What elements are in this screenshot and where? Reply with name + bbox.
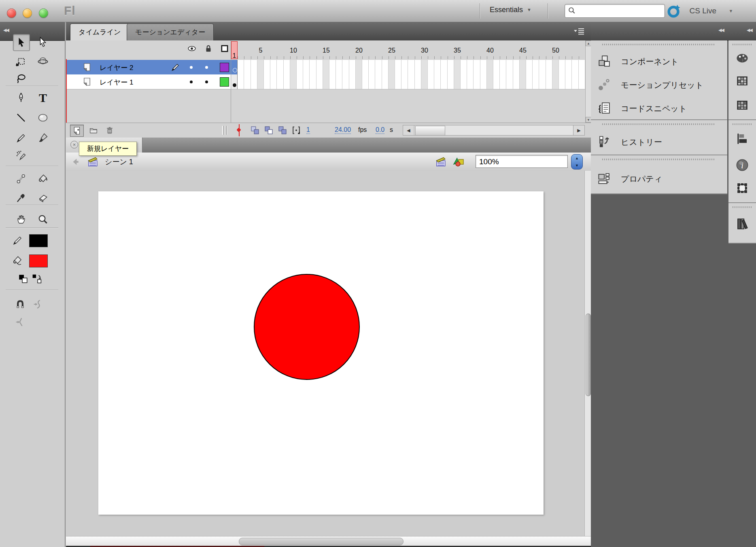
layer-lock-dot[interactable] — [205, 81, 208, 83]
close-document-icon[interactable]: × — [70, 141, 78, 148]
oval-tool[interactable] — [35, 110, 51, 126]
frame-cell[interactable] — [552, 74, 559, 89]
frame-cell[interactable] — [336, 74, 342, 89]
frame-cell[interactable] — [513, 60, 520, 74]
frame-cell[interactable] — [389, 74, 395, 89]
stepper-up-icon[interactable]: ▲ — [571, 156, 582, 160]
free-transform-tool[interactable] — [13, 53, 29, 69]
transform-panel-panel-button[interactable] — [735, 181, 749, 195]
frame-cell[interactable] — [500, 60, 506, 74]
frame-cell[interactable] — [257, 60, 264, 74]
frame-cell[interactable] — [290, 74, 297, 89]
frame-cell[interactable] — [231, 60, 238, 74]
frame-cell[interactable] — [546, 60, 552, 74]
frame-cell[interactable] — [264, 60, 270, 74]
frame-cell[interactable] — [506, 60, 513, 74]
eraser-tool[interactable] — [35, 190, 51, 206]
frame-cell[interactable] — [533, 60, 539, 74]
frame-cell[interactable] — [362, 74, 369, 89]
frame-cell[interactable] — [342, 74, 349, 89]
frame-cell[interactable] — [533, 74, 539, 89]
swatches-grid-panel-button[interactable] — [735, 98, 749, 112]
layer-visibility-dot[interactable] — [190, 81, 193, 83]
frame-cell[interactable] — [500, 74, 506, 89]
fill-color-swatch[interactable] — [29, 254, 48, 267]
frame-cell[interactable] — [251, 60, 257, 74]
frame-cell[interactable] — [329, 60, 336, 74]
layer-frames-row[interactable] — [231, 74, 585, 89]
panel-drag-grip[interactable] — [733, 44, 752, 45]
selection-tool[interactable] — [13, 34, 30, 51]
collapse-panel-icon[interactable]: ◀◀ — [747, 28, 752, 33]
frame-cell[interactable] — [559, 60, 565, 74]
frame-cell[interactable] — [415, 60, 421, 74]
stage-vertical-scrollbar[interactable] — [584, 171, 591, 536]
panel-item-history[interactable]: ヒストリー — [591, 131, 727, 153]
frame-cell[interactable] — [428, 60, 434, 74]
frame-cell[interactable] — [389, 60, 395, 74]
frame-cell[interactable] — [474, 74, 480, 89]
frame-cell[interactable] — [297, 74, 303, 89]
straighten-option[interactable] — [12, 314, 28, 330]
scene-name[interactable]: シーン 1 — [105, 157, 133, 167]
layer-name[interactable]: レイヤー 1 — [100, 78, 133, 87]
tab-motion-editor[interactable]: モーションエディター — [127, 23, 214, 40]
frame-cell[interactable] — [454, 60, 461, 74]
info-panel-button[interactable]: i — [735, 158, 749, 172]
frame-cell[interactable] — [356, 74, 362, 89]
timeline-horizontal-scrollbar[interactable]: ◀ ▶ — [403, 125, 585, 136]
new-folder-button[interactable] — [87, 125, 100, 136]
panel-drag-grip[interactable] — [602, 123, 716, 125]
frame-cell[interactable] — [493, 74, 500, 89]
panel-drag-grip[interactable] — [602, 44, 716, 45]
frame-cell[interactable] — [539, 60, 546, 74]
swap-colors-button[interactable] — [32, 274, 42, 284]
frame-cell[interactable] — [467, 74, 474, 89]
deco-tool[interactable] — [13, 147, 29, 163]
frame-cell[interactable] — [539, 74, 546, 89]
edit-scene-button[interactable] — [435, 156, 447, 168]
frame-cell[interactable] — [369, 60, 375, 74]
onion-skin-button[interactable] — [250, 125, 260, 135]
align-panel-button[interactable] — [735, 132, 749, 146]
frame-cell[interactable] — [454, 74, 461, 89]
scrollbar-thumb[interactable] — [586, 314, 591, 396]
frame-cell[interactable] — [323, 74, 329, 89]
color-panel-panel-button[interactable] — [735, 51, 749, 65]
elapsed-time-value[interactable]: 0.0 — [376, 126, 384, 134]
paint-bucket-tool[interactable] — [35, 171, 51, 187]
panel-item-components[interactable]: コンポーネント — [591, 50, 727, 72]
frame-cell[interactable] — [487, 74, 493, 89]
layer-row[interactable]: レイヤー 1 — [66, 74, 231, 89]
scroll-left-arrow[interactable]: ◀ — [403, 125, 414, 135]
frame-cell[interactable] — [375, 60, 382, 74]
panel-item-properties[interactable]: プロパティ — [591, 167, 727, 189]
frame-cell[interactable] — [513, 74, 520, 89]
eyedropper-tool[interactable] — [13, 190, 29, 206]
frame-cell[interactable] — [572, 74, 578, 89]
stroke-color-swatch[interactable] — [29, 234, 48, 247]
collapse-panel-icon[interactable]: ◀◀ — [718, 28, 724, 33]
frame-cell[interactable] — [244, 60, 251, 74]
panel-item-code-snippets[interactable]: コードスニペット — [591, 97, 727, 119]
layer-outline-color-swatch[interactable] — [220, 77, 229, 87]
collapse-panel-icon[interactable]: ◀◀ — [3, 28, 8, 33]
frame-cell[interactable] — [257, 74, 264, 89]
frame-cell[interactable] — [251, 74, 257, 89]
frame-cell[interactable] — [572, 60, 578, 74]
3d-rotation-tool[interactable] — [35, 53, 51, 69]
frame-cell[interactable] — [284, 60, 290, 74]
frame-cell[interactable] — [546, 74, 552, 89]
frame-cell[interactable] — [362, 60, 369, 74]
frame-cell[interactable] — [270, 74, 277, 89]
smooth-option[interactable] — [30, 296, 46, 312]
frame-cell[interactable] — [297, 60, 303, 74]
frame-cell[interactable] — [277, 60, 283, 74]
frame-cell[interactable] — [579, 74, 585, 89]
frame-cell[interactable] — [323, 60, 329, 74]
frame-cell[interactable] — [461, 60, 467, 74]
frame-cell[interactable] — [434, 60, 441, 74]
frame-cell[interactable] — [467, 60, 474, 74]
layer-name[interactable]: レイヤー 2 — [100, 63, 133, 72]
frame-cell[interactable] — [349, 74, 356, 89]
